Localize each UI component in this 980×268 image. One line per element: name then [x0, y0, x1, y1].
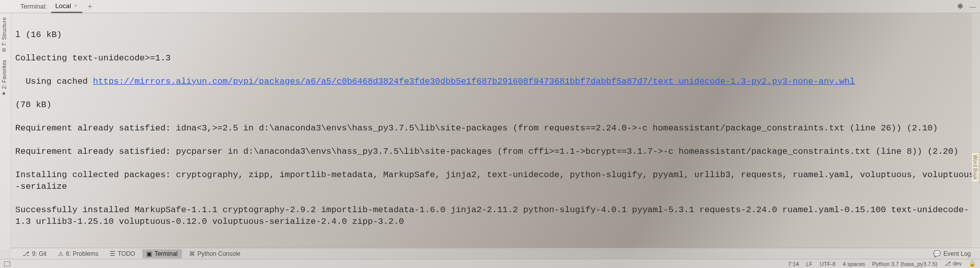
tool-terminal[interactable]: ▣Terminal: [142, 249, 181, 258]
terminal-panel-header: Terminal: Local × + —: [0, 0, 980, 13]
terminal-tab-label: Local: [55, 2, 71, 10]
right-gutter: [972, 13, 980, 250]
line-separator[interactable]: LF: [806, 261, 813, 267]
indent-setting[interactable]: 4 spaces: [843, 261, 865, 267]
tool-python-console[interactable]: ⌘Python Console: [185, 249, 245, 258]
terminal-line: (78 kB): [15, 99, 975, 111]
sidebar-tab-label: 7: Structure: [1, 17, 7, 46]
terminal-line: l (16 kB): [15, 29, 975, 41]
sidebar-tab-favorites[interactable]: ★ 2: Favorites: [0, 56, 8, 100]
terminal-icon: ▣: [146, 250, 152, 257]
terminal-line: Requirement already satisfied: idna<3,>=…: [15, 122, 975, 134]
file-encoding[interactable]: UTF-8: [820, 261, 836, 267]
tool-windows-toggle-icon[interactable]: [4, 261, 10, 266]
close-icon[interactable]: ×: [73, 3, 78, 9]
tool-event-log[interactable]: 💬Event Log: [929, 249, 975, 258]
terminal-line: Using cached https://mirrors.aliyun.com/…: [15, 76, 975, 87]
tool-git[interactable]: ⎇9: Git: [18, 249, 51, 258]
gear-icon[interactable]: [956, 3, 963, 11]
git-branch-status[interactable]: ⎇ dev: [944, 260, 962, 267]
terminal-line: Successfully installed MarkupSafe-1.1.1 …: [15, 204, 975, 227]
word-book-tab[interactable]: Word Book: [971, 152, 979, 182]
list-icon: ☰: [110, 250, 115, 257]
status-bar: 7:14 LF UTF-8 4 spaces Python 3.7 (hass_…: [0, 259, 980, 268]
bottom-tool-strip: ⎇9: Git ⚠6: Problems ☰TODO ▣Terminal ⌘Py…: [11, 248, 980, 259]
tool-todo[interactable]: ☰TODO: [106, 249, 139, 258]
terminal-tab-local[interactable]: Local ×: [51, 0, 83, 13]
terminal-output[interactable]: l (16 kB) Collecting text-unidecode>=1.3…: [15, 17, 975, 250]
python-interpreter[interactable]: Python 3.7 (hass_py3.7.5): [872, 261, 937, 267]
structure-icon: ⧉: [1, 48, 7, 52]
sidebar-tab-label: 2: Favorites: [1, 60, 7, 89]
star-icon: ★: [2, 91, 7, 96]
cached-wheel-link[interactable]: https://mirrors.aliyun.com/pypi/packages…: [93, 77, 855, 86]
sidebar-tab-structure[interactable]: ⧉ 7: Structure: [0, 13, 8, 56]
chat-icon: 💬: [933, 250, 941, 257]
tool-problems[interactable]: ⚠6: Problems: [54, 249, 103, 258]
new-terminal-tab-button[interactable]: +: [82, 2, 97, 11]
terminal-line: Installing collected packages: cryptogra…: [15, 169, 975, 192]
minimize-icon[interactable]: —: [969, 3, 976, 11]
terminal-panel-label: Terminal:: [20, 3, 51, 10]
terminal-line: Requirement already satisfied: pycparser…: [15, 146, 975, 157]
warning-icon: ⚠: [58, 250, 64, 257]
lock-icon[interactable]: 🔒: [969, 260, 976, 267]
left-tool-gutter: ⧉ 7: Structure ★ 2: Favorites: [0, 13, 11, 250]
python-icon: ⌘: [189, 250, 195, 257]
git-branch-icon: ⎇: [22, 250, 29, 257]
terminal-line: Collecting text-unidecode>=1.3: [15, 52, 975, 64]
git-branch-icon: ⎇: [944, 260, 953, 266]
cursor-position[interactable]: 7:14: [788, 261, 799, 267]
